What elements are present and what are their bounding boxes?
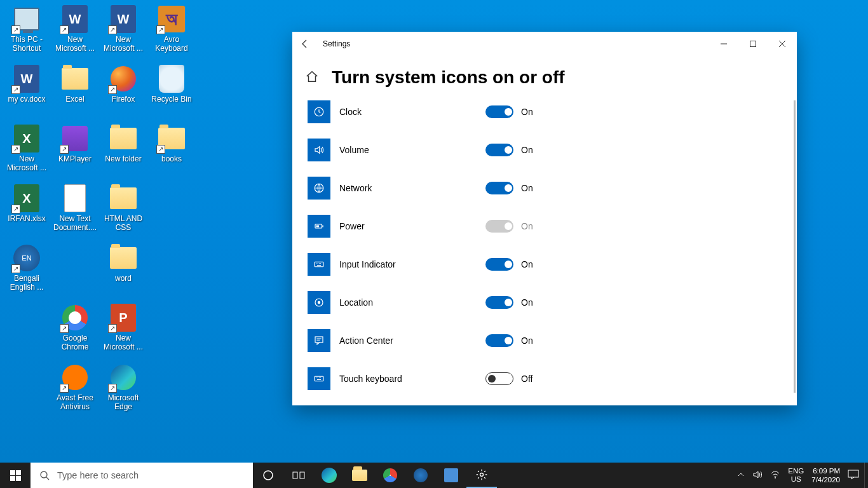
icon-label: New Microsoft ... bbox=[100, 333, 147, 352]
setting-row-clock: ClockOn bbox=[308, 100, 797, 123]
word-icon: W↗ bbox=[60, 4, 90, 34]
toggle-location[interactable] bbox=[485, 296, 513, 309]
desktop-icon-irfan[interactable]: X↗IRFAN.xlsx bbox=[3, 183, 51, 240]
pc-icon: ↗ bbox=[11, 4, 42, 34]
setting-row-action: Action CenterOn bbox=[308, 329, 797, 352]
svg-rect-7 bbox=[315, 262, 323, 267]
toggle-state-label: On bbox=[521, 145, 533, 155]
settings-list: ClockOnVolumeOnNetworkOnPowerOnInput Ind… bbox=[304, 100, 797, 390]
shortcut-arrow-icon: ↗ bbox=[11, 25, 20, 34]
desktop-icon-recycle[interactable]: Recycle Bin bbox=[147, 64, 196, 121]
system-tray: ENG US 6:09 PM 7/4/2020 bbox=[732, 463, 864, 488]
toggle-network[interactable] bbox=[485, 182, 513, 194]
icon-label: Excel bbox=[65, 94, 84, 104]
desktop-icon-word-new2[interactable]: W↗New Microsoft ... bbox=[99, 4, 147, 61]
toggle-state-label: Off bbox=[521, 374, 532, 384]
back-button[interactable] bbox=[292, 32, 318, 56]
taskbar-explorer[interactable] bbox=[344, 463, 375, 488]
svg-line-13 bbox=[46, 477, 49, 480]
toggle-clock[interactable] bbox=[485, 105, 513, 118]
titlebar: Settings bbox=[292, 32, 797, 56]
desktop-icon-beng-eng[interactable]: EN↗Bengali English ... bbox=[3, 243, 51, 300]
desktop-icon-html-css[interactable]: HTML AND CSS bbox=[99, 183, 147, 240]
avast-icon: ↗ bbox=[60, 362, 90, 393]
taskbar-settings[interactable] bbox=[466, 463, 497, 488]
desktop-icon-books[interactable]: ↗books bbox=[147, 123, 196, 180]
location-icon bbox=[308, 291, 330, 314]
toggle-touch[interactable] bbox=[485, 372, 513, 385]
close-button[interactable] bbox=[768, 34, 797, 54]
desktop-icon-new-folder[interactable]: New folder bbox=[99, 123, 147, 180]
volume-icon bbox=[308, 139, 330, 161]
icon-label: New Microsoft ... bbox=[3, 154, 50, 173]
excel-icon: X↗ bbox=[11, 123, 42, 154]
desktop-icon-chrome[interactable]: ↗Google Chrome bbox=[51, 302, 99, 360]
setting-label: Location bbox=[339, 297, 485, 308]
toggle-state-label: On bbox=[521, 183, 533, 193]
avro-icon bbox=[444, 468, 458, 482]
globe-icon: EN↗ bbox=[11, 243, 42, 273]
tray-network[interactable] bbox=[770, 470, 780, 481]
toggle-action[interactable] bbox=[485, 334, 513, 347]
desktop-icon-edge[interactable]: ↗Microsoft Edge bbox=[99, 362, 147, 419]
shortcut-arrow-icon: ↗ bbox=[108, 85, 117, 94]
km-icon: ↗ bbox=[60, 123, 90, 154]
icon-label: New Text Document.... bbox=[51, 214, 98, 233]
desktop-icon-mycv[interactable]: W↗my cv.docx bbox=[3, 64, 51, 121]
taskbar-edge[interactable] bbox=[314, 463, 344, 488]
minimize-button[interactable] bbox=[709, 34, 738, 54]
tray-volume[interactable] bbox=[752, 470, 763, 481]
setting-label: Input Indicator bbox=[339, 259, 485, 269]
edge-icon: ↗ bbox=[108, 362, 139, 393]
scrollbar[interactable] bbox=[794, 100, 796, 393]
taskbar-apps bbox=[253, 463, 497, 488]
setting-row-network: NetworkOn bbox=[308, 177, 797, 200]
icon-label: Google Chrome bbox=[51, 333, 98, 352]
page-title: Turn system icons on or off bbox=[332, 67, 565, 88]
desktop-icon-word-folder[interactable]: word bbox=[99, 243, 147, 300]
icon-label: New Microsoft ... bbox=[51, 34, 98, 53]
tray-clock[interactable]: 6:09 PM 7/4/2020 bbox=[811, 466, 840, 485]
desktop-icon-avast[interactable]: ↗Avast Free Antivirus bbox=[51, 362, 99, 419]
desktop-icon-word-new1[interactable]: W↗New Microsoft ... bbox=[51, 4, 99, 61]
maximize-button[interactable] bbox=[738, 34, 768, 54]
desktop-icon-firefox[interactable]: ↗Firefox bbox=[99, 64, 147, 121]
svg-rect-15 bbox=[293, 472, 297, 478]
icon-label: HTML AND CSS bbox=[100, 214, 147, 233]
cortana-button[interactable] bbox=[253, 463, 283, 488]
home-button[interactable] bbox=[305, 70, 320, 85]
tray-overflow-button[interactable] bbox=[737, 471, 745, 480]
toggle-volume[interactable] bbox=[485, 144, 513, 156]
desktop-icon-avro[interactable]: অ↗Avro Keyboard bbox=[147, 4, 196, 61]
toggle-state-label: On bbox=[521, 107, 533, 117]
shortcut-arrow-icon: ↗ bbox=[108, 25, 117, 34]
task-view-button[interactable] bbox=[283, 463, 314, 488]
search-box[interactable]: Type here to search bbox=[31, 463, 253, 488]
taskbar-avro[interactable] bbox=[436, 463, 466, 488]
show-desktop-button[interactable] bbox=[864, 463, 868, 488]
tray-action-center[interactable] bbox=[848, 470, 859, 481]
recycle-icon bbox=[156, 64, 187, 94]
tray-language[interactable]: ENG US bbox=[788, 467, 804, 484]
folder-icon bbox=[108, 123, 139, 154]
desktop-icon-kmplayer[interactable]: ↗KMPlayer bbox=[51, 123, 99, 180]
svg-rect-1 bbox=[750, 41, 756, 47]
svg-rect-19 bbox=[848, 470, 858, 477]
toggle-input[interactable] bbox=[485, 258, 513, 271]
settings-window: Settings Turn system icons on or off Clo… bbox=[292, 32, 797, 405]
taskbar-chrome[interactable] bbox=[375, 463, 405, 488]
desktop-icon-ppt-new[interactable]: P↗New Microsoft ... bbox=[99, 302, 147, 360]
desktop-icon-excel-new[interactable]: X↗New Microsoft ... bbox=[3, 123, 51, 180]
taskbar-dictionary[interactable] bbox=[405, 463, 436, 488]
back-arrow-icon bbox=[300, 39, 310, 49]
action-icon bbox=[308, 329, 330, 352]
desktop-icon-this-pc[interactable]: ↗This PC - Shortcut bbox=[3, 4, 51, 61]
desktop-icon-excel-folder[interactable]: Excel bbox=[51, 64, 99, 121]
search-placeholder: Type here to search bbox=[57, 470, 139, 480]
setting-label: Touch keyboard bbox=[339, 374, 485, 384]
desktop-icon-new-text[interactable]: New Text Document.... bbox=[51, 183, 99, 240]
svg-rect-16 bbox=[300, 472, 304, 478]
start-button[interactable] bbox=[0, 463, 31, 488]
shortcut-arrow-icon: ↗ bbox=[60, 25, 69, 34]
folder-icon bbox=[108, 183, 139, 214]
